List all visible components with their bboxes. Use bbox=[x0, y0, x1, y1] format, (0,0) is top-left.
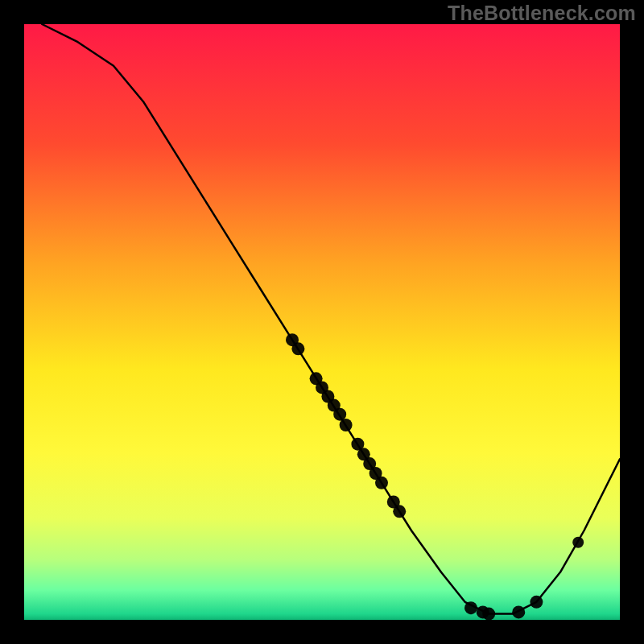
svg-rect-1 bbox=[24, 24, 620, 620]
data-point-marker bbox=[375, 477, 388, 489]
data-point-marker bbox=[393, 505, 406, 518]
data-point-marker bbox=[291, 342, 304, 355]
data-point-marker bbox=[572, 537, 584, 548]
bottleneck-chart bbox=[0, 0, 644, 644]
chart-container: TheBottleneck.com bbox=[0, 0, 644, 644]
watermark-text: TheBottleneck.com bbox=[448, 2, 636, 25]
data-point-marker bbox=[340, 419, 353, 431]
